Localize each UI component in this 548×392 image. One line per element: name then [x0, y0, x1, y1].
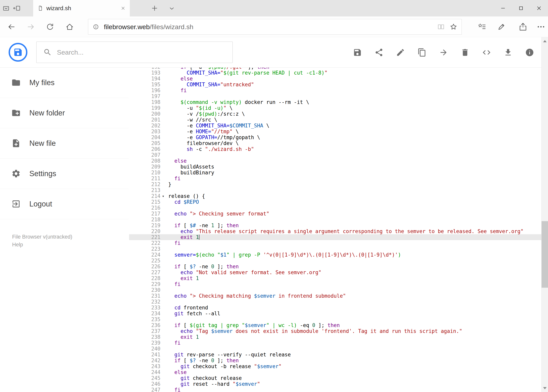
code-line[interactable]: 219 if [ $# -ne 1 ]; then [129, 223, 541, 228]
copy-button[interactable] [416, 47, 428, 58]
code-line[interactable]: 231 echo "> Checking matching $semver in… [129, 293, 541, 299]
code-line[interactable]: 203 -e HOME="//tmp" \ [129, 129, 541, 134]
code-line[interactable]: 237 echo "Tag $semver does not exist in … [129, 328, 541, 334]
hub-favorites-icon[interactable] [477, 22, 486, 31]
code-line[interactable]: 214▾release () { [129, 193, 541, 199]
code-line[interactable]: 206 sh -c "./wizard.sh -b" [129, 146, 541, 152]
tab-preview-icon[interactable] [2, 4, 10, 12]
code-line[interactable]: 242 if [ $? -ne 0 ]; then [129, 357, 541, 364]
share-icon[interactable] [519, 22, 527, 31]
code-line[interactable]: 224 semver=$(echo "$1" | grep -P '^v(0|[… [129, 252, 541, 258]
code-line[interactable]: 197 [129, 93, 541, 99]
scrollbar-thumb[interactable] [541, 221, 548, 288]
more-options-icon[interactable] [536, 22, 545, 31]
code-line[interactable]: 196 fi [129, 87, 541, 93]
code-line[interactable]: 241 git rev-parse --verify --quiet relea… [129, 352, 541, 357]
code-line[interactable]: 238 exit 1 [129, 334, 541, 340]
code-line[interactable]: 195 COMMIT_SHA="untracked" [129, 82, 541, 87]
code-line[interactable]: 207 [129, 152, 541, 158]
web-note-pen-icon[interactable] [497, 22, 506, 31]
back-button[interactable] [7, 22, 16, 31]
refresh-button[interactable] [46, 22, 54, 31]
code-line[interactable]: 240 [129, 346, 541, 352]
code-line[interactable]: 194 else [129, 76, 541, 82]
code-line[interactable]: 204 -e GOPATH=//tmp/gopath \ [129, 134, 541, 140]
code-line[interactable]: 200 -v /$(pwd):/src:z \ [129, 111, 541, 117]
move-button[interactable] [438, 47, 449, 58]
code-line[interactable]: 210 buildBinary [129, 170, 541, 175]
sidebar-item-new-folder[interactable]: New folder [0, 98, 129, 128]
code-line[interactable]: 236 if [ $(git tag | grep "$semver" | wc… [129, 322, 541, 328]
code-editor[interactable]: 192 if [ -d "$(pwd)/.git" ]; then193 COM… [129, 68, 541, 392]
code-line[interactable]: 239 fi [129, 340, 541, 346]
code-line[interactable]: 215 cd $REPO [129, 199, 541, 205]
code-line[interactable]: 226 if [ $? -ne 0 ]; then [129, 264, 541, 269]
search-input[interactable] [57, 49, 229, 56]
minimize-button[interactable] [494, 0, 512, 16]
code-line[interactable]: 247 fi [129, 387, 541, 392]
rename-button[interactable] [395, 47, 406, 58]
favorite-star-icon[interactable] [449, 23, 458, 31]
code-line[interactable]: 202 -e COMMIT_SHA=$COMMIT_SHA \ [129, 123, 541, 129]
info-button[interactable] [524, 47, 535, 58]
sidebar-item-my-files[interactable]: My files [0, 68, 129, 98]
fold-arrow-icon[interactable]: ▾ [160, 193, 168, 199]
save-button[interactable] [352, 47, 363, 58]
forward-button[interactable] [27, 22, 35, 31]
sidebar-item-logout[interactable]: Logout [0, 189, 129, 219]
code-line[interactable]: 217 echo "> Checking semver format" [129, 211, 541, 217]
app-logo[interactable] [9, 43, 28, 62]
code-line[interactable]: 221 exit 1 [129, 234, 541, 240]
new-tab-button[interactable] [151, 4, 159, 12]
code-line[interactable]: 213 [129, 187, 541, 193]
code-line[interactable]: 223 [129, 246, 541, 252]
code-line[interactable]: 192 if [ -d "$(pwd)/.git" ]; then [129, 68, 541, 70]
search-box[interactable] [36, 42, 233, 63]
sidebar-item-new-file[interactable]: New file [0, 128, 129, 159]
code-line[interactable]: 234 git fetch --all [129, 311, 541, 316]
home-button[interactable] [65, 22, 74, 31]
code-line[interactable]: 246 git reset --hard "$semver" [129, 381, 541, 387]
code-line[interactable]: 232 [129, 299, 541, 305]
maximize-button[interactable] [512, 0, 530, 16]
code-line[interactable]: 244 else [129, 369, 541, 375]
help-link[interactable]: Help [12, 241, 72, 249]
set-aside-tabs-icon[interactable] [13, 4, 21, 12]
code-line[interactable]: 201 -w //src \ [129, 117, 541, 123]
scroll-down-arrow[interactable] [541, 384, 548, 392]
code-line[interactable]: 198 $(command -v winpty) docker run --rm… [129, 99, 541, 105]
tab-close-icon[interactable] [120, 6, 126, 11]
code-line[interactable]: 230 [129, 287, 541, 293]
code-line[interactable]: 209 buildAssets [129, 164, 541, 170]
close-button[interactable] [530, 0, 548, 16]
code-line[interactable]: 220 echo "This release script requires a… [129, 228, 541, 234]
code-line[interactable]: 243 git checkout -b release "$semver" [129, 364, 541, 369]
code-line[interactable]: 199 -u "$(id -u)" \ [129, 105, 541, 111]
browser-tab[interactable]: wizard.sh [33, 0, 130, 16]
code-line[interactable]: 227 echo "Not valid semver format. See s… [129, 269, 541, 275]
code-line[interactable]: 212} [129, 182, 541, 187]
code-line[interactable]: 228 exit 1 [129, 275, 541, 281]
code-line[interactable]: 205 filebrowser/dev \ [129, 140, 541, 146]
delete-button[interactable] [459, 47, 471, 58]
code-line[interactable]: 222 fi [129, 240, 541, 246]
share-button[interactable] [373, 47, 385, 58]
scroll-up-arrow[interactable] [541, 37, 548, 45]
download-button[interactable] [502, 47, 514, 58]
site-info-icon[interactable] [92, 23, 100, 30]
code-line[interactable]: 216 [129, 205, 541, 211]
code-line[interactable]: 233 cd frontend [129, 305, 541, 311]
code-line[interactable]: 211 fi [129, 175, 541, 182]
address-bar[interactable]: filebrowser.web/files/wizard.sh [88, 19, 462, 35]
source-view-button[interactable] [481, 47, 493, 58]
sidebar-item-settings[interactable]: Settings [0, 159, 129, 189]
code-line[interactable]: 229 fi [129, 281, 541, 287]
code-line[interactable]: 193 COMMIT_SHA="$(git rev-parse HEAD | c… [129, 70, 541, 76]
reading-view-icon[interactable] [437, 23, 445, 31]
code-line[interactable]: 218 [129, 217, 541, 223]
code-line[interactable]: 235 [129, 316, 541, 322]
page-scrollbar[interactable] [541, 37, 548, 392]
code-line[interactable]: 245 git checkout release [129, 375, 541, 381]
code-line[interactable]: 208 else [129, 158, 541, 164]
tab-list-chevron-icon[interactable] [168, 5, 176, 13]
